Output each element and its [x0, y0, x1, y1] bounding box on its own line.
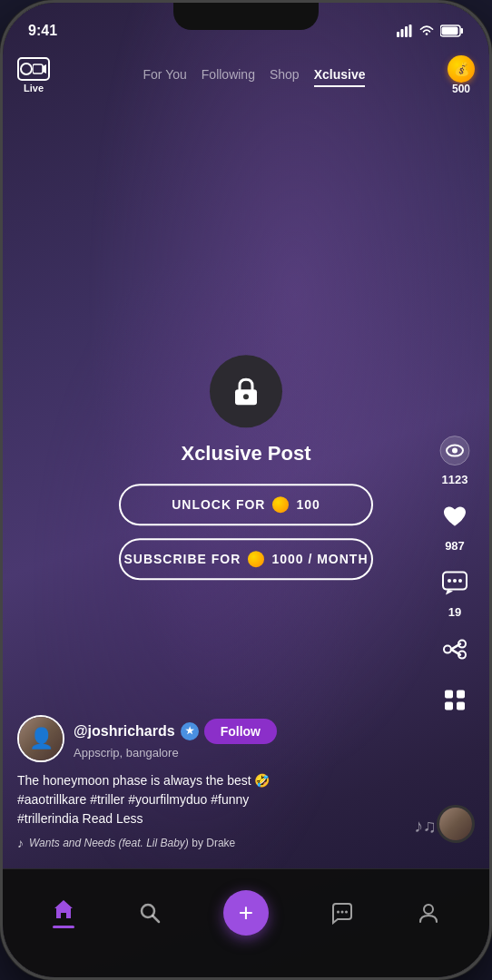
- live-label: Live: [24, 83, 44, 93]
- grid-icon: [435, 681, 475, 720]
- svg-rect-5: [461, 28, 464, 34]
- verified-badge: ★: [181, 722, 199, 740]
- messages-icon: [330, 900, 355, 926]
- music-thumbnail[interactable]: [437, 805, 475, 843]
- music-disc-inner: [439, 808, 472, 840]
- post-caption: The honeymoon phase is always the best 🤣…: [17, 771, 424, 828]
- likes-action[interactable]: 987: [435, 497, 475, 553]
- lock-circle: [210, 355, 282, 427]
- svg-point-29: [345, 910, 348, 913]
- comments-action[interactable]: 19: [435, 564, 475, 619]
- home-active-line: [53, 926, 74, 928]
- svg-point-28: [340, 910, 343, 913]
- coin-icon-subscribe: [248, 551, 264, 567]
- user-info: @joshrichards ★ Follow Appscrip, bangalo…: [74, 719, 277, 760]
- share-action[interactable]: [435, 630, 475, 670]
- right-actions: 1123 987: [435, 431, 475, 728]
- svg-point-15: [448, 579, 451, 583]
- svg-point-27: [337, 910, 339, 913]
- lock-icon: [229, 374, 263, 408]
- username: @joshrichards: [74, 723, 175, 740]
- likes-count: 987: [445, 539, 465, 553]
- top-navigation: Live For You Following Shop Xclusive 💰 5…: [3, 48, 489, 103]
- status-icons: [397, 24, 464, 37]
- music-note-icon: ♪: [17, 836, 24, 850]
- battery-icon: [440, 24, 464, 37]
- live-button[interactable]: Live: [17, 57, 50, 93]
- coin-count: 500: [452, 83, 470, 95]
- svg-rect-3: [409, 24, 412, 37]
- svg-point-16: [453, 579, 457, 583]
- music-text: Wants and Needs (feat. Lil Baby) by Drak…: [29, 837, 235, 849]
- svg-line-26: [153, 916, 160, 922]
- add-button[interactable]: +: [223, 890, 269, 936]
- coin-icon-unlock: [272, 496, 289, 513]
- unlock-button[interactable]: UNLOCK FOR 100: [119, 484, 373, 525]
- camera-icon: [33, 64, 47, 74]
- eye-icon: [435, 431, 475, 471]
- user-row: 👤 @joshrichards ★ Follow Appscrip, banga…: [17, 715, 424, 762]
- wifi-icon: [418, 24, 435, 37]
- coin-icon: 💰: [448, 55, 475, 83]
- phone-frame: 9:41: [0, 0, 492, 980]
- bottom-navigation: +: [3, 868, 489, 977]
- avatar: 👤: [17, 715, 64, 762]
- bottom-info: 👤 @joshrichards ★ Follow Appscrip, banga…: [3, 715, 438, 850]
- nav-item-search[interactable]: [126, 893, 173, 933]
- views-count: 1123: [442, 473, 468, 486]
- svg-rect-2: [405, 26, 408, 37]
- search-icon: [137, 900, 162, 926]
- svg-rect-21: [445, 691, 453, 699]
- grid-action[interactable]: [435, 681, 475, 720]
- coins-badge[interactable]: 💰 500: [448, 55, 475, 95]
- comment-icon: [435, 564, 475, 603]
- nav-item-add[interactable]: +: [212, 883, 280, 943]
- status-time: 9:41: [28, 23, 57, 39]
- follow-button[interactable]: Follow: [204, 719, 277, 744]
- music-notes-float: ♪♫: [414, 816, 437, 837]
- share-icon: [435, 630, 475, 670]
- lock-overlay: Xclusive Post UNLOCK FOR 100 SUBSCRIBE F…: [101, 355, 391, 580]
- nav-tabs: For You Following Shop Xclusive: [61, 64, 448, 87]
- svg-rect-6: [442, 27, 458, 35]
- tab-for-you[interactable]: For You: [143, 64, 187, 87]
- nav-item-messages[interactable]: [319, 893, 366, 933]
- signal-icon: [397, 24, 413, 37]
- svg-rect-7: [33, 64, 43, 74]
- music-row[interactable]: ♪ Wants and Needs (feat. Lil Baby) by Dr…: [17, 836, 424, 850]
- tab-shop[interactable]: Shop: [270, 64, 300, 87]
- heart-icon: [435, 497, 475, 537]
- svg-rect-23: [445, 702, 453, 710]
- nav-item-home[interactable]: [40, 889, 87, 936]
- svg-point-17: [458, 579, 462, 583]
- avatar-inner: 👤: [19, 717, 63, 760]
- svg-rect-1: [401, 29, 404, 37]
- svg-point-13: [452, 448, 458, 454]
- music-disc: [437, 805, 475, 843]
- live-icon: [17, 57, 50, 81]
- user-name-row: @joshrichards ★ Follow: [74, 719, 277, 744]
- svg-point-10: [243, 394, 249, 399]
- xclusive-title: Xclusive Post: [181, 442, 310, 466]
- phone-screen: 9:41: [3, 3, 489, 977]
- profile-icon: [416, 900, 441, 926]
- tab-xclusive[interactable]: Xclusive: [314, 64, 366, 87]
- user-location: Appscrip, bangalore: [74, 746, 277, 760]
- comments-count: 19: [448, 605, 461, 619]
- svg-rect-24: [457, 702, 465, 710]
- views-action[interactable]: 1123: [435, 431, 475, 486]
- tab-following[interactable]: Following: [202, 64, 255, 87]
- svg-rect-0: [397, 32, 399, 37]
- nav-item-profile[interactable]: [405, 893, 452, 933]
- notch: [173, 3, 319, 30]
- svg-point-30: [424, 905, 433, 914]
- subscribe-button[interactable]: SUBSCRIBE FOR 1000 / MONTH: [119, 538, 373, 580]
- home-icon: [51, 897, 76, 922]
- svg-rect-22: [457, 691, 465, 699]
